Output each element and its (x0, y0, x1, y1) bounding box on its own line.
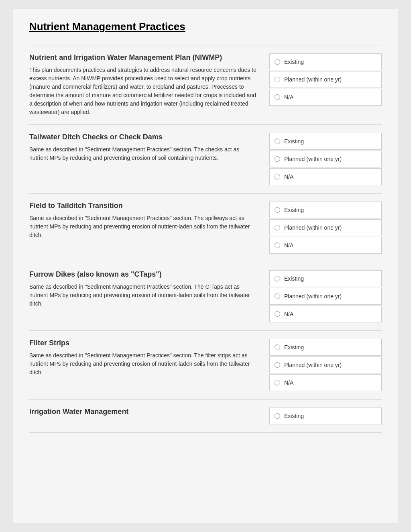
radio-circle-niwmp-0[interactable] (275, 59, 280, 65)
practice-description-tailwater-ditch: Same as described in "Sediment Managemen… (29, 145, 257, 162)
practice-right-niwmp: ExistingPlanned (within one yr)N/A (269, 53, 382, 116)
radio-option-furrow-dikes-0[interactable]: Existing (269, 270, 382, 287)
radio-circle-field-tailditch-2[interactable] (275, 243, 280, 248)
practices-container: Nutrient and Irrigation Water Management… (29, 45, 382, 433)
practice-name-filter-strips: Filter Strips (29, 339, 257, 347)
radio-circle-irrigation-water-0[interactable] (275, 413, 280, 419)
practice-right-filter-strips: ExistingPlanned (within one yr)N/A (269, 339, 382, 391)
practice-row-irrigation-water: Irrigation Water ManagementExisting (29, 399, 382, 433)
page-title: Nutrient Management Practices (29, 20, 382, 33)
radio-option-niwmp-2[interactable]: N/A (269, 89, 382, 106)
practice-left-irrigation-water: Irrigation Water Management (29, 408, 269, 424)
practice-right-tailwater-ditch: ExistingPlanned (within one yr)N/A (269, 133, 382, 185)
radio-option-furrow-dikes-2[interactable]: N/A (269, 306, 382, 322)
radio-option-filter-strips-2[interactable]: N/A (269, 374, 382, 391)
radio-label-irrigation-water-0: Existing (284, 413, 304, 419)
radio-option-tailwater-ditch-1[interactable]: Planned (within one yr) (269, 151, 382, 167)
radio-label-niwmp-0: Existing (284, 59, 304, 65)
practice-left-tailwater-ditch: Tailwater Ditch Checks or Check DamsSame… (29, 133, 269, 185)
radio-label-tailwater-ditch-1: Planned (within one yr) (284, 156, 342, 162)
radio-option-field-tailditch-2[interactable]: N/A (269, 237, 382, 254)
radio-circle-furrow-dikes-1[interactable] (275, 294, 280, 299)
radio-label-furrow-dikes-2: N/A (284, 311, 293, 317)
practice-right-furrow-dikes: ExistingPlanned (within one yr)N/A (269, 270, 382, 322)
radio-label-niwmp-2: N/A (284, 94, 293, 100)
practice-name-niwmp: Nutrient and Irrigation Water Management… (29, 53, 257, 62)
practice-left-filter-strips: Filter StripsSame as described in "Sedim… (29, 339, 269, 391)
radio-circle-tailwater-ditch-0[interactable] (275, 139, 280, 144)
practice-left-furrow-dikes: Furrow Dikes (also known as "CTaps")Same… (29, 270, 269, 322)
radio-label-filter-strips-2: N/A (284, 379, 293, 386)
practice-row-tailwater-ditch: Tailwater Ditch Checks or Check DamsSame… (29, 124, 382, 193)
practice-name-furrow-dikes: Furrow Dikes (also known as "CTaps") (29, 270, 257, 279)
radio-circle-furrow-dikes-0[interactable] (275, 276, 280, 281)
radio-option-field-tailditch-1[interactable]: Planned (within one yr) (269, 219, 382, 236)
radio-circle-tailwater-ditch-2[interactable] (275, 174, 280, 179)
practice-left-niwmp: Nutrient and Irrigation Water Management… (29, 53, 269, 116)
radio-label-furrow-dikes-0: Existing (284, 275, 304, 282)
practice-right-irrigation-water: Existing (269, 408, 382, 424)
practice-row-niwmp: Nutrient and Irrigation Water Management… (29, 45, 382, 124)
radio-label-field-tailditch-0: Existing (284, 207, 304, 213)
radio-label-filter-strips-1: Planned (within one yr) (284, 362, 342, 368)
radio-option-niwmp-0[interactable]: Existing (269, 53, 382, 70)
page-container: Nutrient Management Practices Nutrient a… (13, 8, 398, 524)
practice-row-filter-strips: Filter StripsSame as described in "Sedim… (29, 330, 382, 399)
radio-option-filter-strips-0[interactable]: Existing (269, 339, 382, 356)
practice-left-field-tailditch: Field to Tailditch TransitionSame as des… (29, 202, 269, 254)
practice-description-furrow-dikes: Same as described in "Sediment Managemen… (29, 283, 257, 308)
radio-label-furrow-dikes-1: Planned (within one yr) (284, 293, 342, 300)
radio-circle-field-tailditch-1[interactable] (275, 225, 280, 230)
radio-circle-furrow-dikes-2[interactable] (275, 311, 280, 317)
practice-name-tailwater-ditch: Tailwater Ditch Checks or Check Dams (29, 133, 257, 141)
practice-row-furrow-dikes: Furrow Dikes (also known as "CTaps")Same… (29, 262, 382, 330)
radio-label-tailwater-ditch-0: Existing (284, 138, 304, 145)
practice-description-niwmp: This plan documents practices and strate… (29, 66, 257, 116)
radio-option-filter-strips-1[interactable]: Planned (within one yr) (269, 357, 382, 373)
radio-label-niwmp-1: Planned (within one yr) (284, 76, 342, 83)
practice-description-filter-strips: Same as described in "Sediment Managemen… (29, 351, 257, 377)
practice-name-field-tailditch: Field to Tailditch Transition (29, 202, 257, 210)
radio-label-tailwater-ditch-2: N/A (284, 173, 293, 180)
radio-option-tailwater-ditch-0[interactable]: Existing (269, 133, 382, 150)
radio-option-furrow-dikes-1[interactable]: Planned (within one yr) (269, 288, 382, 305)
radio-label-field-tailditch-2: N/A (284, 242, 293, 249)
radio-label-field-tailditch-1: Planned (within one yr) (284, 224, 342, 231)
radio-circle-filter-strips-1[interactable] (275, 362, 280, 368)
radio-option-field-tailditch-0[interactable]: Existing (269, 202, 382, 218)
radio-circle-tailwater-ditch-1[interactable] (275, 156, 280, 162)
radio-circle-niwmp-2[interactable] (275, 94, 280, 100)
practice-row-field-tailditch: Field to Tailditch TransitionSame as des… (29, 193, 382, 262)
radio-circle-filter-strips-2[interactable] (275, 380, 280, 385)
radio-label-filter-strips-0: Existing (284, 344, 304, 351)
radio-circle-niwmp-1[interactable] (275, 77, 280, 82)
practice-name-irrigation-water: Irrigation Water Management (29, 408, 257, 416)
radio-option-niwmp-1[interactable]: Planned (within one yr) (269, 71, 382, 88)
practice-right-field-tailditch: ExistingPlanned (within one yr)N/A (269, 202, 382, 254)
radio-circle-filter-strips-0[interactable] (275, 344, 280, 350)
radio-option-tailwater-ditch-2[interactable]: N/A (269, 168, 382, 185)
practice-description-field-tailditch: Same as described in "Sediment Managemen… (29, 214, 257, 239)
radio-circle-field-tailditch-0[interactable] (275, 207, 280, 213)
radio-option-irrigation-water-0[interactable]: Existing (269, 408, 382, 424)
